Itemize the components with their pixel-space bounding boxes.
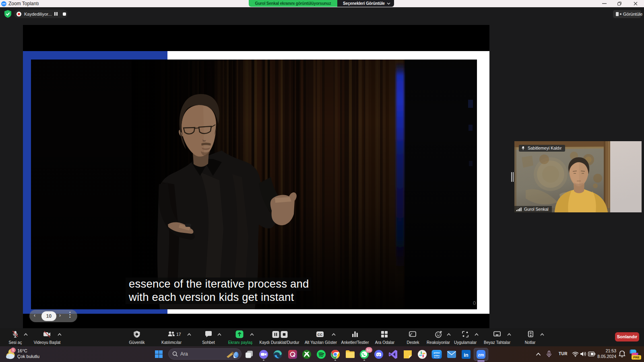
- svg-text:in: in: [464, 352, 469, 358]
- svg-text:prime: prime: [434, 352, 440, 354]
- svg-text:zm: zm: [478, 352, 484, 357]
- svg-text:video: video: [434, 354, 440, 357]
- svg-text:z: z: [624, 351, 625, 354]
- svg-text:CC: CC: [318, 333, 322, 337]
- svg-text:0: 0: [473, 300, 476, 306]
